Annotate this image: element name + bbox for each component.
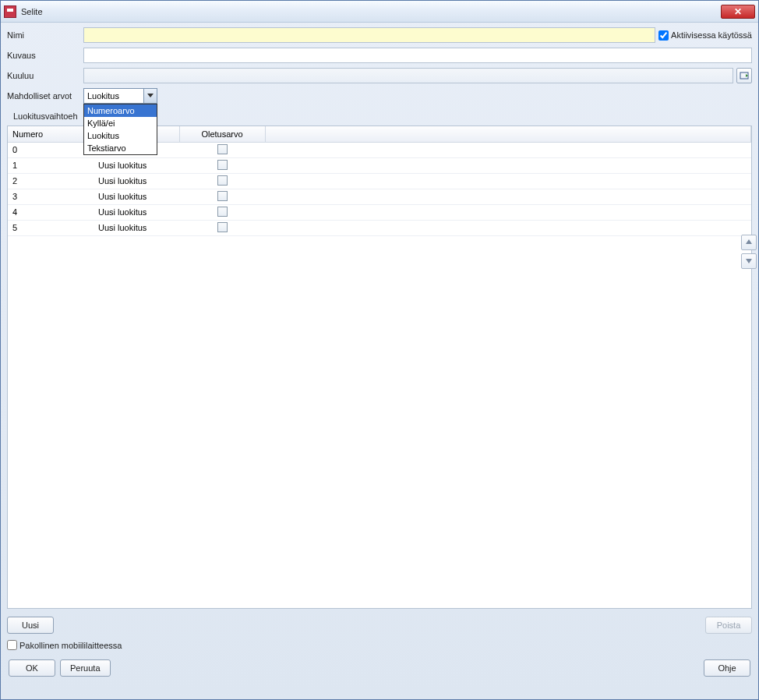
cell-numero[interactable]: 0 (8, 142, 94, 157)
cell-filler (265, 189, 751, 204)
label-kuvaus: Kuvaus (7, 51, 80, 60)
cell-filler (265, 204, 751, 220)
browse-icon (740, 71, 749, 80)
oletusarvo-checkbox[interactable] (217, 191, 228, 201)
cell-numero[interactable]: 3 (8, 189, 94, 204)
row-nimi: Nimi Aktiivisessa käytössä (7, 27, 752, 43)
oletusarvo-checkbox[interactable] (217, 144, 228, 154)
th-numero[interactable]: Numero (8, 126, 94, 142)
kuuluu-browse-button[interactable] (736, 68, 752, 83)
move-down-button[interactable] (741, 253, 757, 269)
label-kuuluu: Kuuluu (7, 71, 80, 80)
row-kuuluu: Kuuluu (7, 68, 752, 83)
table-row[interactable]: 1Uusi luokitus (8, 157, 751, 173)
pakollinen-label: Pakollinen mobiililaitteessa (19, 641, 122, 650)
oletusarvo-checkbox[interactable] (217, 175, 228, 186)
oletusarvo-checkbox[interactable] (217, 222, 228, 232)
label-mahdolliset: Mahdolliset arvot (7, 91, 80, 101)
mahdolliset-combo[interactable]: Luokitus Numeroarvo Kyllä/ei Luokitus Te… (83, 88, 157, 104)
th-oletusarvo[interactable]: Oletusarvo (179, 126, 265, 142)
dialog-window: Selite ✕ Nimi Aktiivisessa käytössä Kuva… (0, 0, 759, 700)
close-button[interactable]: ✕ (721, 5, 755, 19)
titlebar: Selite ✕ (1, 1, 758, 23)
row-kuvaus: Kuvaus (7, 48, 752, 63)
bottom-button-bar: OK Peruuta Ohje (7, 656, 752, 678)
cell-oletusarvo[interactable] (179, 142, 265, 157)
combo-dropdown-list: Numeroarvo Kyllä/ei Luokitus Tekstiarvo (83, 104, 157, 155)
cell-numero[interactable]: 5 (8, 220, 94, 235)
cell-oletusarvo[interactable] (179, 173, 265, 189)
pakollinen-checkbox[interactable] (7, 640, 17, 650)
oletusarvo-checkbox[interactable] (217, 160, 228, 170)
aktiivisessa-wrapper[interactable]: Aktiivisessa käytössä (658, 30, 752, 41)
cell-nimi[interactable]: Uusi luokitus (94, 189, 179, 204)
arrow-down-icon (745, 257, 753, 265)
app-icon (4, 5, 16, 18)
reorder-arrows (741, 235, 758, 269)
arrow-up-icon (745, 239, 753, 246)
cell-filler (265, 220, 751, 235)
nimi-input[interactable] (83, 27, 655, 43)
dropdown-item-numeroarvo[interactable]: Numeroarvo (84, 104, 157, 117)
cell-oletusarvo[interactable] (179, 204, 265, 220)
chevron-down-icon (147, 94, 154, 98)
window-title: Selite (21, 7, 721, 16)
label-nimi: Nimi (7, 30, 80, 40)
cell-oletusarvo[interactable] (179, 157, 265, 173)
combo-dropdown-button[interactable] (143, 89, 157, 103)
ok-button[interactable]: OK (9, 659, 55, 677)
cell-oletusarvo[interactable] (179, 189, 265, 204)
cell-numero[interactable]: 2 (8, 173, 94, 189)
uusi-button[interactable]: Uusi (7, 617, 54, 634)
poista-button[interactable]: Poista (705, 617, 752, 634)
combo-selected-text: Luokitus (84, 91, 143, 101)
cell-nimi[interactable]: Uusi luokitus (94, 220, 179, 235)
cell-filler (265, 173, 751, 189)
table-footer-row: Uusi Poista (7, 613, 752, 634)
peruuta-button[interactable]: Peruuta (60, 659, 111, 677)
table-row[interactable]: 2Uusi luokitus (8, 173, 751, 189)
move-up-button[interactable] (741, 235, 757, 250)
cell-nimi[interactable]: Uusi luokitus (94, 204, 179, 220)
table-area: Numero Nimi Oletusarvo 01Uusi luokitus2U… (7, 126, 752, 609)
close-icon: ✕ (734, 6, 742, 17)
luokitus-table-wrap: Numero Nimi Oletusarvo 01Uusi luokitus2U… (7, 126, 752, 609)
cell-numero[interactable]: 1 (8, 157, 94, 173)
cell-numero[interactable]: 4 (8, 204, 94, 220)
aktiivisessa-checkbox[interactable] (658, 30, 669, 41)
cell-nimi[interactable]: Uusi luokitus (94, 173, 179, 189)
pakollinen-wrapper[interactable]: Pakollinen mobiililaitteessa (7, 638, 752, 652)
cell-filler (265, 142, 751, 157)
ohje-button[interactable]: Ohje (704, 659, 750, 677)
cell-oletusarvo[interactable] (179, 220, 265, 235)
oletusarvo-checkbox[interactable] (217, 207, 228, 217)
content-area: Nimi Aktiivisessa käytössä Kuvaus Kuuluu… (1, 23, 758, 699)
cell-filler (265, 157, 751, 173)
cell-nimi[interactable]: Uusi luokitus (94, 157, 179, 173)
kuuluu-field[interactable] (83, 68, 733, 83)
kuvaus-input[interactable] (83, 48, 752, 63)
dropdown-item-kyllaei[interactable]: Kyllä/ei (84, 117, 157, 129)
dropdown-item-luokitus[interactable]: Luokitus (84, 129, 157, 142)
row-mahdolliset: Mahdolliset arvot Luokitus Numeroarvo Ky… (7, 88, 752, 104)
table-row[interactable]: 3Uusi luokitus (8, 189, 751, 204)
dropdown-item-tekstiarvo[interactable]: Tekstiarvo (84, 142, 157, 154)
th-filler (265, 126, 751, 142)
table-row[interactable]: 5Uusi luokitus (8, 220, 751, 235)
aktiivisessa-label: Aktiivisessa käytössä (671, 30, 752, 40)
table-row[interactable]: 4Uusi luokitus (8, 204, 751, 220)
